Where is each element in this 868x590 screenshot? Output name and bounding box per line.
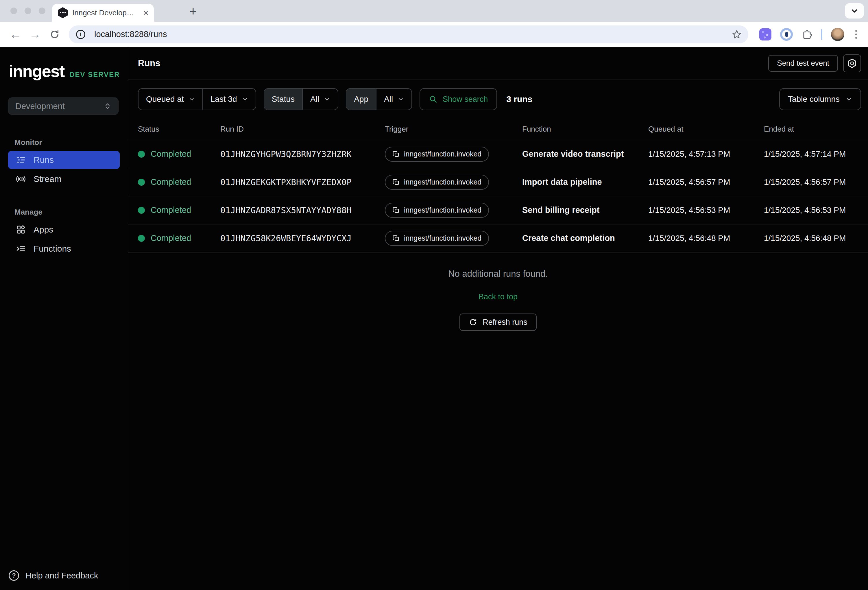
tab-search-button[interactable] (845, 3, 864, 19)
trigger-badge[interactable]: inngest/function.invoked (385, 231, 489, 246)
column-header-queued-at: Queued at (648, 125, 764, 134)
table-row[interactable]: Completed 01JHNZGYHGPW3QZBRN7Y3ZHZRK inn… (128, 140, 868, 168)
time-filter: Queued at Last 3d (138, 88, 256, 110)
column-header-ended-at: Ended at (764, 125, 868, 134)
page-title: Runs (138, 58, 161, 68)
toolbar-divider (821, 29, 822, 40)
run-id[interactable]: 01JHNZGYHGPW3QZBRN7Y3ZHZRK (220, 149, 385, 159)
sidebar-item-apps[interactable]: Apps (8, 221, 120, 239)
ended-at: 1/15/2025, 4:56:48 PM (764, 234, 868, 243)
function-name[interactable]: Create chat completion (522, 234, 648, 243)
column-header-trigger: Trigger (385, 125, 522, 134)
status-dot-icon (138, 235, 145, 242)
copy-icon (393, 235, 400, 242)
forward-button[interactable]: → (27, 28, 43, 41)
main-header: Runs Send test event (128, 47, 868, 80)
window-zoom-button[interactable] (39, 7, 46, 14)
reload-button[interactable] (46, 30, 63, 39)
apps-icon (16, 225, 26, 235)
site-info-button[interactable]: i (72, 28, 89, 41)
copy-icon (393, 207, 400, 214)
window-minimize-button[interactable] (25, 7, 31, 14)
status-filter-dropdown[interactable]: All (302, 89, 338, 109)
sidebar-item-stream[interactable]: Stream (8, 170, 120, 188)
queued-at: 1/15/2025, 4:57:13 PM (648, 149, 764, 159)
chevron-down-icon (189, 96, 195, 102)
toolbar-extensions (759, 28, 859, 41)
app-filter-dropdown[interactable]: All (376, 89, 412, 109)
function-name[interactable]: Import data pipeline (522, 177, 648, 187)
tab-close-icon[interactable]: × (143, 8, 149, 17)
runs-table: Status Run ID Trigger Function Queued at… (128, 118, 868, 253)
table-columns-button[interactable]: Table columns (779, 88, 861, 110)
back-button[interactable]: ← (7, 28, 24, 41)
new-tab-button[interactable]: + (189, 4, 197, 19)
function-name[interactable]: Send billing receipt (522, 206, 648, 215)
function-name[interactable]: Generate video transcript (522, 149, 648, 159)
trigger-name: inngest/function.invoked (404, 150, 481, 158)
help-icon: ? (9, 570, 19, 581)
queued-at: 1/15/2025, 4:56:53 PM (648, 206, 764, 215)
browser-tab[interactable]: Inngest Development Server × (52, 4, 154, 22)
chevron-down-icon (850, 7, 859, 15)
browser-toolbar: ← → i localhost:8288/runs (0, 22, 868, 47)
extension-purple-icon[interactable] (759, 28, 771, 40)
extensions-puzzle-icon[interactable] (802, 29, 812, 40)
app-content: inngest DEV SERVER Development Monitor R… (0, 47, 868, 590)
header-actions: Send test event (768, 55, 861, 72)
info-icon: i (76, 30, 85, 39)
trigger-badge[interactable]: inngest/function.invoked (385, 203, 489, 218)
send-test-event-button[interactable]: Send test event (768, 55, 838, 72)
search-icon (429, 95, 437, 104)
status-label: Completed (151, 206, 191, 215)
app-filter: App All (346, 88, 412, 110)
help-label: Help and Feedback (25, 571, 98, 580)
url-bar[interactable]: i localhost:8288/runs (69, 25, 748, 43)
trigger-badge[interactable]: inngest/function.invoked (385, 175, 489, 190)
refresh-runs-button[interactable]: Refresh runs (459, 313, 537, 331)
trigger-badge[interactable]: inngest/function.invoked (385, 146, 489, 162)
window-close-button[interactable] (10, 7, 17, 14)
copy-icon (393, 150, 400, 158)
browser-menu-button[interactable] (853, 30, 859, 39)
time-field-dropdown[interactable]: Queued at (139, 89, 202, 109)
password-manager-icon[interactable] (780, 28, 793, 41)
profile-avatar[interactable] (831, 28, 844, 41)
bookmark-star-icon[interactable] (732, 29, 742, 40)
table-row[interactable]: Completed 01JHNZGEKGKTPXBHKYVFZEDX0P inn… (128, 168, 868, 197)
show-search-button[interactable]: Show search (419, 88, 497, 110)
runs-count: 3 runs (506, 94, 532, 104)
section-label-manage: Manage (15, 208, 128, 217)
time-range-dropdown[interactable]: Last 3d (202, 89, 255, 109)
chevron-down-icon (846, 96, 852, 103)
window-controls[interactable] (10, 7, 46, 14)
run-id[interactable]: 01JHNZGADR87SX5NTAYYADY88H (220, 206, 385, 215)
logo: inngest DEV SERVER (9, 61, 128, 81)
app-filter-value: All (384, 95, 393, 104)
ended-at: 1/15/2025, 4:57:14 PM (764, 149, 868, 159)
status-cell: Completed (138, 149, 220, 159)
status-cell: Completed (138, 206, 220, 215)
environment-select-value: Development (15, 102, 65, 111)
run-id[interactable]: 01JHNZG58K26WBEYE64WYDYCXJ (220, 234, 385, 243)
sidebar-item-functions[interactable]: Functions (8, 240, 120, 258)
reload-icon (50, 30, 59, 39)
sidebar-item-label: Apps (34, 225, 53, 235)
run-id[interactable]: 01JHNZGEKGKTPXBHKYVFZEDX0P (220, 177, 385, 187)
help-and-feedback-link[interactable]: ? Help and Feedback (0, 570, 128, 590)
back-to-top-link[interactable]: Back to top (478, 293, 518, 302)
column-header-function: Function (522, 125, 648, 134)
inngest-favicon-icon (58, 7, 68, 18)
status-cell: Completed (138, 234, 220, 243)
sidebar-item-runs[interactable]: Runs (8, 151, 120, 169)
browser-tabstrip: Inngest Development Server × + (0, 0, 868, 22)
time-field-value: Queued at (146, 95, 184, 104)
table-row[interactable]: Completed 01JHNZG58K26WBEYE64WYDYCXJ inn… (128, 225, 868, 253)
url-text[interactable]: localhost:8288/runs (94, 30, 732, 39)
status-filter-label: Status (264, 89, 302, 109)
environment-select[interactable]: Development (8, 98, 118, 115)
browser-window: Inngest Development Server × + ← → i loc… (0, 0, 868, 590)
table-row[interactable]: Completed 01JHNZGADR87SX5NTAYYADY88H inn… (128, 197, 868, 225)
settings-button[interactable] (843, 55, 861, 72)
status-label: Completed (151, 234, 191, 243)
